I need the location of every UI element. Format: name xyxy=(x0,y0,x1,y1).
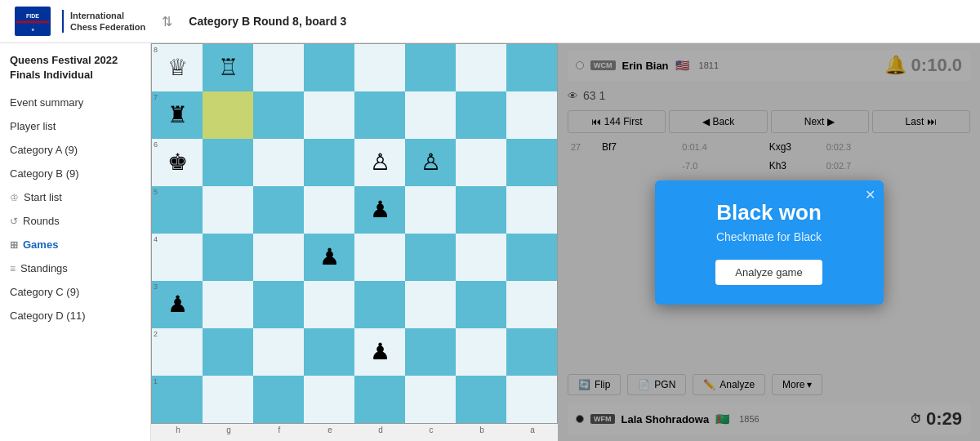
board-cell[interactable] xyxy=(456,139,506,186)
sidebar-item-label: Rounds xyxy=(23,215,60,227)
board-cell[interactable] xyxy=(456,44,506,91)
sidebar-item-label: Category A (9) xyxy=(10,144,78,156)
board-cell[interactable]: ♟ xyxy=(354,186,405,234)
sidebar-item-category-b[interactable]: Category B (9) xyxy=(0,162,150,185)
modal-analyze-button[interactable]: Analyze game xyxy=(715,260,822,285)
board-cell[interactable] xyxy=(405,186,456,234)
board-cell[interactable] xyxy=(456,186,506,234)
board-cell[interactable] xyxy=(354,44,405,91)
board-cell[interactable] xyxy=(405,328,456,376)
sidebar-item-games[interactable]: ⊞ Games xyxy=(0,233,150,256)
board-cell[interactable]: 6♚ xyxy=(152,139,203,186)
board-cell[interactable] xyxy=(405,376,456,423)
board-cell[interactable] xyxy=(456,376,506,423)
breadcrumb: Category B Round 8, board 3 xyxy=(189,15,346,28)
board-cell[interactable] xyxy=(304,44,354,91)
board-cell[interactable]: ♖ xyxy=(203,44,253,91)
board-cell[interactable]: 8♕ xyxy=(152,44,203,91)
modal-subtitle: Checkmate for Black xyxy=(681,230,858,243)
board-cell[interactable] xyxy=(253,234,304,281)
board-cell[interactable]: 1 xyxy=(152,376,203,423)
board-cell[interactable] xyxy=(456,234,506,281)
chess-piece: ♕ xyxy=(167,56,188,79)
sidebar-item-standings[interactable]: ≡ Standings xyxy=(0,256,150,280)
board-cell[interactable] xyxy=(304,186,354,234)
board-cell[interactable]: ♟ xyxy=(354,328,405,376)
board-cell[interactable] xyxy=(203,281,253,328)
board-cell[interactable] xyxy=(304,91,354,139)
board-cell[interactable] xyxy=(253,139,304,186)
board-cell[interactable] xyxy=(506,234,557,281)
coord-d: d xyxy=(355,424,406,436)
board-cell[interactable] xyxy=(304,281,354,328)
board-cell[interactable] xyxy=(506,139,557,186)
board-cell[interactable] xyxy=(253,281,304,328)
board-cell[interactable]: 4 xyxy=(152,234,203,281)
sidebar-item-event-summary[interactable]: Event summary xyxy=(0,91,150,114)
sidebar-item-rounds[interactable]: ↺ Rounds xyxy=(0,209,150,233)
board-cell[interactable] xyxy=(354,234,405,281)
board-cell[interactable] xyxy=(354,376,405,423)
board-cell[interactable]: ♟ xyxy=(304,234,354,281)
board-cell[interactable] xyxy=(253,91,304,139)
sidebar-item-category-d[interactable]: Category D (11) xyxy=(0,304,150,327)
coord-h: h xyxy=(153,424,203,436)
board-cell[interactable] xyxy=(304,328,354,376)
sidebar-item-label: Category C (9) xyxy=(10,286,79,298)
sidebar-item-category-c[interactable]: Category C (9) xyxy=(0,280,150,304)
modal-box: ✕ Black won Checkmate for Black Analyze … xyxy=(655,180,884,305)
board-cell[interactable]: 2 xyxy=(152,328,203,376)
board-cell[interactable] xyxy=(304,139,354,186)
board-cell[interactable] xyxy=(203,186,253,234)
sidebar-item-label: Category B (9) xyxy=(10,167,79,180)
board-cell[interactable]: ♙ xyxy=(405,139,456,186)
board-cell[interactable] xyxy=(253,376,304,423)
board-cell[interactable] xyxy=(506,186,557,234)
board-cell[interactable] xyxy=(506,91,557,139)
board-cell[interactable] xyxy=(354,281,405,328)
chess-piece: ♖ xyxy=(218,56,238,79)
board-cell[interactable] xyxy=(456,91,506,139)
board-cell[interactable] xyxy=(506,328,557,376)
board-cell[interactable] xyxy=(203,328,253,376)
board-cell[interactable]: 7♜ xyxy=(152,91,203,139)
board-cell[interactable] xyxy=(405,234,456,281)
board-cell[interactable]: 3♟ xyxy=(152,281,203,328)
sidebar-item-category-a[interactable]: Category A (9) xyxy=(0,138,150,162)
board-cell[interactable] xyxy=(506,376,557,423)
board-cell[interactable] xyxy=(405,91,456,139)
chess-piece: ♟ xyxy=(370,341,390,363)
sort-icon: ⇅ xyxy=(162,14,172,29)
sidebar-item-start-list[interactable]: ♔ Start list xyxy=(0,185,150,209)
standings-icon: ≡ xyxy=(10,263,16,274)
king-icon: ♔ xyxy=(10,192,19,203)
sidebar-item-label: Games xyxy=(23,238,58,251)
board-cell[interactable] xyxy=(253,328,304,376)
board-cell[interactable]: ♙ xyxy=(354,139,405,186)
board-cell[interactable] xyxy=(506,281,557,328)
board-cell[interactable] xyxy=(405,44,456,91)
sidebar-item-player-list[interactable]: Player list xyxy=(0,114,150,138)
modal-close-button[interactable]: ✕ xyxy=(865,187,875,203)
board-cell[interactable] xyxy=(203,91,253,139)
board-cell[interactable]: 5 xyxy=(152,186,203,234)
sidebar-item-label: Category D (11) xyxy=(10,310,85,322)
board-cell[interactable] xyxy=(304,376,354,423)
modal-overlay[interactable]: ✕ Black won Checkmate for Black Analyze … xyxy=(558,43,980,441)
main-layout: Queens Festival 2022 Finals Individual E… xyxy=(0,43,980,441)
row-number: 1 xyxy=(154,377,158,385)
board-cell[interactable] xyxy=(456,281,506,328)
board-cell[interactable] xyxy=(456,328,506,376)
board-cell[interactable] xyxy=(203,234,253,281)
right-panel: WCM Erin Bian 🇺🇸 1811 🔔 0:10.0 👁 63 1 ⏮ xyxy=(558,43,980,441)
row-number: 3 xyxy=(154,283,158,291)
board-cell[interactable] xyxy=(405,281,456,328)
board-cell[interactable] xyxy=(203,139,253,186)
board-cell[interactable] xyxy=(354,91,405,139)
board-cell[interactable] xyxy=(506,44,557,91)
board-cell[interactable] xyxy=(253,44,304,91)
coord-c: c xyxy=(406,424,457,436)
tournament-name: Queens Festival 2022 Finals Individual xyxy=(0,50,150,91)
board-cell[interactable] xyxy=(253,186,304,234)
board-cell[interactable] xyxy=(203,376,253,423)
